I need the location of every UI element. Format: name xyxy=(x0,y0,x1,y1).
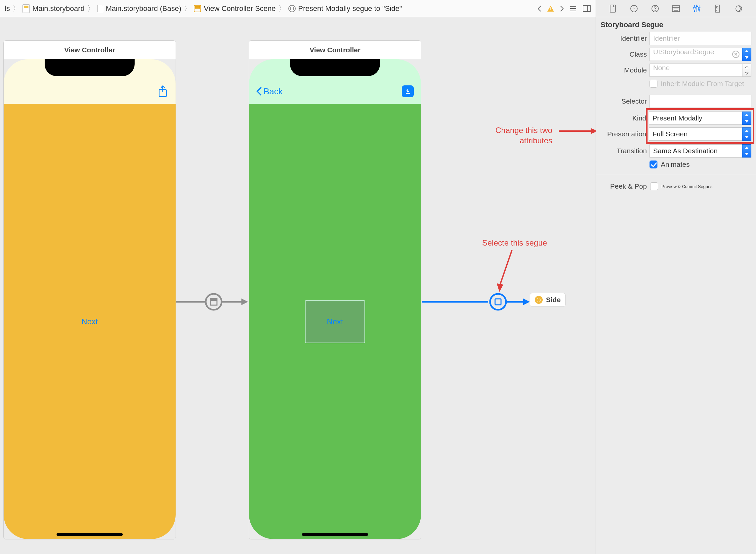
download-icon[interactable] xyxy=(402,86,414,97)
annotation-arrow-attrs xyxy=(559,127,595,136)
attributes-inspector-tab[interactable] xyxy=(691,3,703,14)
svg-marker-39 xyxy=(745,130,748,132)
identifier-field[interactable] xyxy=(649,32,751,45)
chevron-right-icon: 〉 xyxy=(87,4,94,13)
presentation-select-stepper[interactable] xyxy=(742,127,751,141)
breadcrumb-item[interactable]: View Controller Scene xyxy=(194,4,275,13)
back-button[interactable]: Back xyxy=(256,87,283,97)
history-forward-icon[interactable] xyxy=(558,5,565,12)
inspector-tab-bar xyxy=(596,0,756,17)
inherit-module-label: Inherit Module From Target xyxy=(661,80,744,88)
selector-label: Selector xyxy=(596,97,647,105)
breadcrumb-bar: ls 〉 Main.storyboard 〉 Main.storyboard (… xyxy=(0,0,595,17)
history-back-icon[interactable] xyxy=(536,5,543,12)
annotation-segue-text: Selecte this segue xyxy=(482,238,547,248)
scene-title: View Controller xyxy=(249,41,421,59)
storyboard-canvas[interactable]: View Controller Next xyxy=(0,17,595,554)
animates-label: Animates xyxy=(661,161,690,168)
class-dropdown-stepper[interactable] xyxy=(742,48,751,61)
transition-select[interactable]: Same As Destination xyxy=(649,144,751,158)
svg-marker-33 xyxy=(745,50,748,52)
scene-icon xyxy=(194,5,201,12)
svg-marker-8 xyxy=(241,298,248,305)
scene-title: View Controller xyxy=(4,41,176,59)
view-controller-scene-right[interactable]: View Controller Back Next xyxy=(249,40,421,540)
view-controller-scene-left[interactable]: View Controller Next xyxy=(3,40,176,540)
svg-marker-37 xyxy=(745,114,748,116)
warning-icon[interactable] xyxy=(547,6,554,12)
svg-rect-0 xyxy=(583,6,590,12)
segue-icon xyxy=(289,5,296,12)
annotation-arrow-segue xyxy=(495,250,522,296)
class-label: Class xyxy=(596,50,647,58)
svg-marker-35 xyxy=(745,66,748,68)
svg-marker-36 xyxy=(745,72,748,74)
chevron-right-icon: 〉 xyxy=(278,4,286,13)
breadcrumb-text: ls xyxy=(5,4,10,13)
clear-class-button[interactable] xyxy=(732,51,740,58)
identifier-label: Identifier xyxy=(596,35,647,42)
chevron-right-icon: 〉 xyxy=(13,4,20,13)
module-field[interactable]: None xyxy=(649,63,751,77)
svg-marker-38 xyxy=(745,120,748,122)
home-indicator xyxy=(302,533,368,536)
svg-point-4 xyxy=(206,294,222,310)
size-inspector-tab[interactable] xyxy=(712,3,724,14)
connections-inspector-tab[interactable] xyxy=(733,3,745,14)
breadcrumb-text: View Controller Scene xyxy=(204,4,275,13)
svg-marker-13 xyxy=(523,298,530,305)
file-icon xyxy=(97,5,103,12)
animates-checkbox[interactable] xyxy=(649,161,657,168)
inspector-panel: Storyboard Segue Identifier Class UIStor… xyxy=(596,0,756,554)
svg-marker-15 xyxy=(497,283,503,292)
outline-list-icon[interactable] xyxy=(569,5,578,12)
svg-marker-34 xyxy=(745,56,748,59)
module-dropdown-stepper[interactable] xyxy=(742,63,751,77)
svg-marker-17 xyxy=(591,128,595,134)
annotation-attrs-text: Change this two attributes xyxy=(495,125,552,146)
breadcrumb-text: Main.storyboard (Base) xyxy=(106,4,182,13)
peek-pop-checkbox[interactable] xyxy=(650,182,658,190)
share-icon[interactable] xyxy=(157,85,168,98)
storyboard-reference-icon xyxy=(535,296,543,304)
next-button[interactable]: Next xyxy=(81,317,98,326)
inherit-module-checkbox[interactable] xyxy=(649,80,657,88)
segue-arrow-left[interactable] xyxy=(176,292,249,313)
kind-select[interactable]: Present Modally xyxy=(649,112,751,125)
breadcrumb-item[interactable]: Main.storyboard xyxy=(22,4,85,13)
breadcrumb-item[interactable]: Present Modally segue to "Side" xyxy=(289,4,402,13)
breadcrumb-text: Present Modally segue to "Side" xyxy=(298,4,402,13)
identity-inspector-tab[interactable] xyxy=(670,3,682,14)
svg-rect-6 xyxy=(210,298,217,301)
kind-select-stepper[interactable] xyxy=(742,112,751,125)
module-label: Module xyxy=(596,66,647,74)
device-notch xyxy=(290,59,380,76)
breadcrumb-item[interactable]: ls xyxy=(5,4,10,13)
svg-rect-22 xyxy=(672,6,680,12)
file-inspector-tab[interactable] xyxy=(607,3,619,14)
breadcrumb-item[interactable]: Main.storyboard (Base) xyxy=(97,4,182,13)
inspector-section-header: Storyboard Segue xyxy=(596,17,756,31)
chevron-left-icon xyxy=(256,87,262,96)
storyboard-reference-label: Side xyxy=(546,296,561,304)
back-label: Back xyxy=(264,87,283,97)
history-inspector-tab[interactable] xyxy=(628,3,640,14)
presentation-select[interactable]: Full Screen xyxy=(649,127,751,141)
container-view[interactable]: Next xyxy=(305,300,365,343)
chevron-right-icon: 〉 xyxy=(184,4,191,13)
assistant-editor-icon[interactable] xyxy=(582,5,591,12)
breadcrumb-text: Main.storyboard xyxy=(33,4,85,13)
selector-field[interactable] xyxy=(649,95,751,108)
home-indicator xyxy=(57,533,123,536)
presentation-label: Presentation xyxy=(596,130,646,138)
svg-marker-42 xyxy=(745,153,748,155)
svg-marker-41 xyxy=(745,147,748,149)
transition-label: Transition xyxy=(596,147,647,155)
svg-line-14 xyxy=(499,250,512,287)
svg-point-21 xyxy=(655,10,655,11)
next-button[interactable]: Next xyxy=(327,317,343,326)
storyboard-reference-side[interactable]: Side xyxy=(530,293,566,307)
help-inspector-tab[interactable] xyxy=(649,3,661,14)
peek-pop-label: Peek & Pop xyxy=(596,182,647,190)
transition-select-stepper[interactable] xyxy=(742,144,751,158)
